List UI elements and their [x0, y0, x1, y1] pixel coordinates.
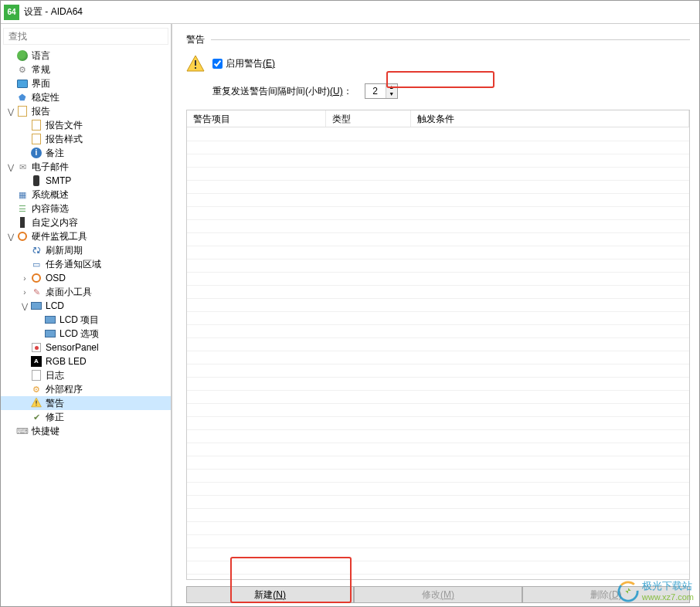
tree[interactable]: 语言⚙常规界面⬟稳定性⋁报告报告文件报告样式i备注⋁✉电子邮件SMTP▦系统概述…	[1, 47, 171, 606]
titlebar[interactable]: 64 设置 - AIDA64	[1, 1, 699, 24]
tree-item-10[interactable]: ▦系统概述	[1, 188, 171, 202]
content-panel: 警告 启用警告(E) 重复发送警告间隔时间(小时)(U)： ▲	[172, 24, 699, 606]
tree-item-label: 电子邮件	[32, 161, 69, 174]
hw-icon	[16, 216, 29, 229]
tree-item-label: 报告文件	[46, 119, 83, 132]
tree-item-label: 备注	[46, 147, 64, 160]
interval-input[interactable]	[365, 84, 386, 98]
lcd-icon	[44, 327, 56, 340]
info-icon: i	[30, 147, 42, 159]
sidebar: 语言⚙常规界面⬟稳定性⋁报告报告文件报告样式i备注⋁✉电子邮件SMTP▦系统概述…	[1, 24, 172, 606]
tree-item-3[interactable]: ⬟稳定性	[1, 90, 171, 104]
tree-item-14[interactable]: 🗘刷新周期	[1, 243, 171, 257]
shield-icon: ⬟	[16, 91, 29, 103]
expander-icon[interactable]: ⋁	[5, 232, 16, 241]
modify-button[interactable]: 修改(M)	[354, 586, 522, 603]
col-condition[interactable]: 触发条件	[411, 110, 689, 127]
tree-item-label: SensorPanel	[46, 342, 99, 353]
tree-item-17[interactable]: ›✎桌面小工具	[1, 285, 171, 299]
tree-item-11[interactable]: ☰内容筛选	[1, 202, 171, 215]
tree-item-label: 任务通知区域	[46, 258, 101, 271]
enable-alert-checkbox[interactable]: 启用警告(E)	[212, 57, 275, 70]
tree-item-2[interactable]: 界面	[1, 76, 171, 90]
globe-icon	[16, 49, 29, 62]
tree-item-22[interactable]: ARGB LED	[1, 354, 171, 368]
tree-item-9[interactable]: SMTP	[1, 174, 171, 188]
col-item[interactable]: 警告项目	[187, 110, 326, 127]
table-header: 警告项目 类型 触发条件	[187, 110, 689, 127]
tree-item-16[interactable]: ›OSD	[1, 271, 171, 285]
settings-window: 64 设置 - AIDA64 语言⚙常规界面⬟稳定性⋁报告报告文件报告样式i备注…	[0, 0, 700, 607]
spin-down[interactable]: ▼	[386, 91, 397, 98]
tree-item-7[interactable]: i备注	[1, 146, 171, 160]
svg-rect-1	[36, 401, 36, 404]
tree-item-label: RGB LED	[46, 356, 87, 367]
sensor-icon	[30, 341, 42, 354]
warning-icon	[186, 54, 205, 73]
tree-item-label: LCD 选项	[59, 327, 99, 341]
tree-item-label: 快捷键	[32, 425, 59, 438]
rgb-icon: A	[30, 355, 42, 368]
tree-item-label: OSD	[46, 273, 66, 283]
tree-item-23[interactable]: 日志	[1, 368, 171, 382]
tree-item-25[interactable]: 警告	[1, 396, 171, 410]
tree-item-24[interactable]: ⚙外部程序	[1, 382, 171, 396]
body: 语言⚙常规界面⬟稳定性⋁报告报告文件报告样式i备注⋁✉电子邮件SMTP▦系统概述…	[1, 24, 699, 606]
tree-item-19[interactable]: LCD 项目	[1, 313, 171, 327]
fix-icon: ✔	[30, 411, 42, 423]
new-button[interactable]: 新建(N)	[186, 586, 354, 603]
tree-item-6[interactable]: 报告样式	[1, 132, 171, 146]
col-type[interactable]: 类型	[326, 110, 411, 127]
search-input[interactable]	[4, 29, 168, 44]
circle-icon	[30, 272, 42, 284]
tree-item-12[interactable]: 自定义内容	[1, 215, 171, 229]
ext-icon: ⚙	[30, 383, 42, 395]
watermark-cn: 极光下载站	[642, 581, 694, 592]
doc-icon	[30, 119, 42, 131]
app-icon: 64	[4, 5, 19, 20]
doc-icon	[16, 105, 29, 117]
tree-item-27[interactable]: ⌨快捷键	[1, 424, 171, 438]
table-body[interactable]	[187, 127, 689, 579]
tree-item-4[interactable]: ⋁报告	[1, 104, 171, 118]
tree-item-label: 日志	[46, 369, 64, 382]
expander-icon[interactable]: ›	[19, 274, 30, 283]
window-title: 设置 - AIDA64	[24, 5, 83, 19]
tree-item-1[interactable]: ⚙常规	[1, 63, 171, 76]
tree-item-label: 自定义内容	[32, 216, 78, 229]
phone-icon	[30, 175, 42, 187]
filter-icon: ☰	[16, 202, 29, 215]
watermark-logo-icon	[617, 581, 639, 602]
highlight-enable	[386, 71, 494, 88]
tree-item-label: 报告	[32, 105, 50, 118]
expander-icon[interactable]: ⋁	[5, 163, 16, 171]
lcd-icon	[30, 300, 42, 312]
tree-item-label: 稳定性	[32, 91, 59, 104]
expander-icon[interactable]: ›	[19, 288, 30, 297]
tree-item-label: 硬件监视工具	[32, 230, 87, 243]
enable-alert-input[interactable]	[212, 59, 223, 69]
tree-item-0[interactable]: 语言	[1, 49, 171, 63]
watermark-url: www.xz7.com	[642, 592, 694, 602]
tree-item-18[interactable]: ⋁LCD	[1, 299, 171, 313]
svg-rect-4	[195, 60, 196, 66]
tree-item-label: SMTP	[46, 175, 71, 186]
expander-icon[interactable]: ⋁	[5, 107, 16, 116]
search-box	[3, 28, 168, 45]
tree-item-15[interactable]: ▭任务通知区域	[1, 257, 171, 271]
circle-icon	[16, 230, 29, 242]
log-icon	[30, 369, 42, 381]
tree-item-13[interactable]: ⋁硬件监视工具	[1, 229, 171, 243]
mail-icon: ✉	[16, 161, 29, 173]
tree-item-20[interactable]: LCD 选项	[1, 327, 171, 341]
tree-item-5[interactable]: 报告文件	[1, 118, 171, 132]
list-icon: ▦	[16, 188, 29, 201]
tree-item-8[interactable]: ⋁✉电子邮件	[1, 160, 171, 174]
tree-item-26[interactable]: ✔修正	[1, 410, 171, 424]
svg-marker-8	[625, 588, 630, 593]
divider	[211, 39, 690, 40]
expander-icon[interactable]: ⋁	[19, 302, 30, 310]
section-title: 警告	[186, 33, 205, 46]
monitor-icon	[16, 77, 29, 90]
tree-item-21[interactable]: SensorPanel	[1, 341, 171, 354]
